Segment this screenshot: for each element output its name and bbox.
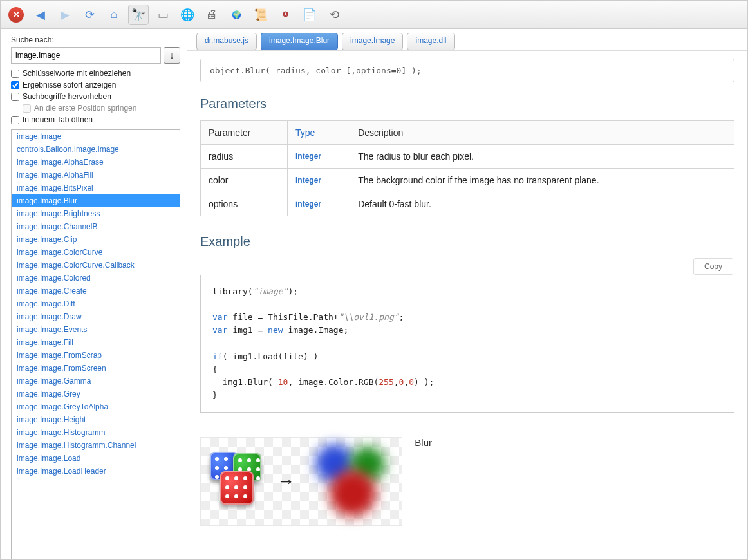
tab[interactable]: image.Image xyxy=(342,33,403,50)
doc-body[interactable]: object.Blur( radius, color [,options=0] … xyxy=(187,51,747,559)
toolbar: ✕ ◀ ▶ ⟳ ⌂ 🔭 ▭ 🌐 🖨 🌍 📜 ✪ 📄 ⟲ xyxy=(1,1,747,29)
content-pane: dr.mabuse.jsimage.Image.Blurimage.Imagei… xyxy=(187,29,747,559)
sync-button[interactable]: ⟲ xyxy=(324,5,344,25)
result-item[interactable]: image.Image.Grey xyxy=(12,387,180,400)
certificate-button[interactable]: 📜 xyxy=(250,5,271,25)
table-row: colorintegerThe background color if the … xyxy=(201,169,734,192)
results-list[interactable]: image.Imagecontrols.Balloon.Image.Imagei… xyxy=(11,129,180,559)
result-item[interactable]: image.Image.Brightness xyxy=(12,207,180,220)
result-item[interactable]: image.Image.BitsPixel xyxy=(12,182,180,194)
example-figure: → xyxy=(200,437,402,526)
tab[interactable]: image.dll xyxy=(407,33,454,50)
result-item[interactable]: image.Image.ColorCurve.Callback xyxy=(12,259,180,272)
result-item[interactable]: image.Image.Histogramm.Channel xyxy=(12,439,180,452)
result-item[interactable]: image.Image.Colored xyxy=(12,272,180,285)
arrow-icon: → xyxy=(277,471,295,492)
opt-keywords[interactable]: Schlüsselworte mit einbeziehen xyxy=(11,69,180,78)
table-row: radiusintegerThe radius to blur each pix… xyxy=(201,145,734,169)
section-example: Example xyxy=(200,234,734,249)
result-item[interactable]: image.Image.ChannelB xyxy=(12,220,180,233)
result-item[interactable]: image.Image.Blur xyxy=(12,194,180,207)
result-item[interactable]: image.Image xyxy=(12,130,180,143)
dice-original-icon xyxy=(206,452,265,511)
opt-jumpfirst[interactable]: An die erste Position springen xyxy=(23,104,180,113)
page-button[interactable]: 📄 xyxy=(299,5,320,25)
result-item[interactable]: image.Image.AlphaFill xyxy=(12,169,180,182)
search-label: Suche nach: xyxy=(11,35,180,44)
tab[interactable]: dr.mabuse.js xyxy=(196,33,257,50)
result-item[interactable]: controls.Balloon.Image.Image xyxy=(12,143,180,156)
search-go-button[interactable]: ↓ xyxy=(164,47,180,64)
tabs-bar: dr.mabuse.jsimage.Image.Blurimage.Imagei… xyxy=(187,29,747,51)
opt-newtab[interactable]: In neuem Tab öffnen xyxy=(11,115,180,124)
result-item[interactable]: image.Image.ColorCurve xyxy=(12,246,180,259)
refresh-button[interactable]: ⟳ xyxy=(79,5,100,25)
table-row: optionsintegerDefault 0-fast blur. xyxy=(201,192,734,216)
copy-button[interactable]: Copy xyxy=(693,258,733,275)
sample-stamp-button[interactable]: ✪ xyxy=(275,5,295,25)
example-code: library("image"); var file = ThisFile.Pa… xyxy=(200,275,734,413)
tab[interactable]: image.Image.Blur xyxy=(261,33,338,50)
result-item[interactable]: image.Image.FromScrap xyxy=(12,349,180,362)
result-item[interactable]: image.Image.Draw xyxy=(12,310,180,323)
figure-caption: Blur xyxy=(415,437,432,448)
result-item[interactable]: image.Image.LoadHeader xyxy=(12,465,180,478)
result-item[interactable]: image.Image.Clip xyxy=(12,233,180,246)
result-item[interactable]: image.Image.GreyToAlpha xyxy=(12,400,180,413)
result-item[interactable]: image.Image.AlphaErase xyxy=(12,156,180,169)
syntax-box: object.Blur( radius, color [,options=0] … xyxy=(200,59,734,82)
home-button[interactable]: ⌂ xyxy=(104,5,124,25)
result-item[interactable]: image.Image.Fill xyxy=(12,336,180,349)
forward-button[interactable]: ▶ xyxy=(55,5,75,25)
result-item[interactable]: image.Image.Load xyxy=(12,452,180,465)
globe-small-button[interactable]: 🌍 xyxy=(226,5,247,25)
th-parameter: Parameter xyxy=(201,121,288,145)
result-item[interactable]: image.Image.Height xyxy=(12,413,180,426)
web-home-button[interactable]: 🌐 xyxy=(177,5,198,25)
th-description: Description xyxy=(350,121,734,145)
section-parameters: Parameters xyxy=(200,97,734,111)
opt-highlight[interactable]: Suchbegriffe hervorheben xyxy=(11,92,180,101)
result-item[interactable]: image.Image.Gamma xyxy=(12,375,180,387)
close-button[interactable]: ✕ xyxy=(6,5,26,25)
opt-instant[interactable]: Ergebnisse sofort anzeigen xyxy=(11,80,180,89)
result-item[interactable]: image.Image.Events xyxy=(12,323,180,336)
parameters-table: Parameter Type Description radiusinteger… xyxy=(200,120,734,216)
result-item[interactable]: image.Image.FromScreen xyxy=(12,362,180,375)
result-item[interactable]: image.Image.Create xyxy=(12,285,180,297)
new-tab-button[interactable]: ▭ xyxy=(153,5,173,25)
search-input[interactable] xyxy=(11,47,161,64)
sidebar: Suche nach: ↓ Schlüsselworte mit einbezi… xyxy=(1,29,187,559)
dice-blurred-icon xyxy=(306,443,397,520)
app-window: ✕ ◀ ▶ ⟳ ⌂ 🔭 ▭ 🌐 🖨 🌍 📜 ✪ 📄 ⟲ Suche nach: … xyxy=(0,0,748,560)
th-type: Type xyxy=(288,121,350,145)
result-item[interactable]: image.Image.Histogramm xyxy=(12,426,180,439)
print-button[interactable]: 🖨 xyxy=(201,5,222,25)
search-binoculars-button[interactable]: 🔭 xyxy=(128,5,149,25)
back-button[interactable]: ◀ xyxy=(30,5,51,25)
result-item[interactable]: image.Image.Diff xyxy=(12,297,180,310)
